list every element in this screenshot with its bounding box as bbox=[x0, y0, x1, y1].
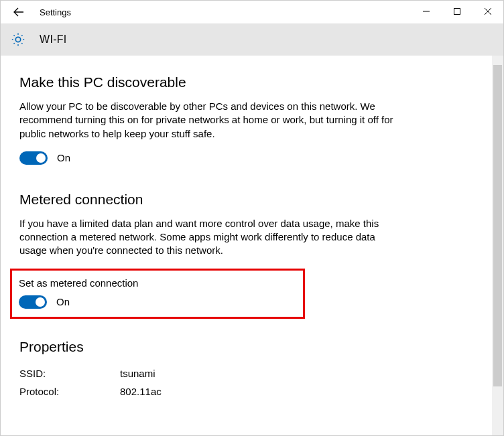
close-button[interactable] bbox=[472, 1, 503, 22]
metered-heading: Metered connection bbox=[19, 192, 396, 208]
discoverable-desc: Allow your PC to be discoverable by othe… bbox=[19, 100, 396, 141]
protocol-label: Protocol: bbox=[19, 386, 120, 397]
back-arrow-icon bbox=[13, 7, 24, 17]
property-row-ssid: SSID: tsunami bbox=[19, 364, 396, 382]
header-strip: WI-FI bbox=[1, 23, 503, 56]
maximize-button[interactable] bbox=[442, 1, 472, 22]
minimize-button[interactable] bbox=[411, 1, 442, 22]
metered-sublabel: Set as metered connection bbox=[19, 277, 296, 289]
metered-toggle-label: On bbox=[56, 296, 70, 307]
metered-desc: If you have a limited data plan and want… bbox=[19, 217, 396, 258]
close-icon bbox=[485, 8, 491, 15]
content-area: Make this PC discoverable Allow your PC … bbox=[1, 56, 503, 435]
scrollbar-thumb[interactable] bbox=[493, 65, 502, 386]
svg-rect-0 bbox=[454, 9, 460, 15]
metered-toggle[interactable] bbox=[19, 295, 47, 309]
discoverable-toggle-label: On bbox=[57, 152, 70, 163]
protocol-value: 802.11ac bbox=[120, 386, 162, 397]
highlight-box: Set as metered connection On bbox=[10, 269, 305, 319]
page-header-label: WI-FI bbox=[40, 33, 67, 46]
back-button[interactable] bbox=[9, 2, 29, 22]
discoverable-toggle-row: On bbox=[19, 151, 396, 165]
property-row-protocol: Protocol: 802.11ac bbox=[19, 382, 396, 401]
window-title: Settings bbox=[40, 7, 71, 17]
scrollbar-track[interactable] bbox=[492, 56, 503, 435]
minimize-icon bbox=[423, 8, 430, 15]
gear-icon bbox=[10, 31, 26, 48]
ssid-value: tsunami bbox=[120, 368, 155, 379]
properties-heading: Properties bbox=[19, 339, 396, 355]
maximize-icon bbox=[454, 8, 460, 15]
window-controls bbox=[411, 1, 503, 22]
metered-toggle-row: On bbox=[19, 295, 296, 309]
discoverable-toggle[interactable] bbox=[19, 151, 48, 165]
ssid-label: SSID: bbox=[19, 368, 120, 379]
titlebar: Settings bbox=[1, 1, 503, 23]
discoverable-heading: Make this PC discoverable bbox=[19, 74, 396, 90]
